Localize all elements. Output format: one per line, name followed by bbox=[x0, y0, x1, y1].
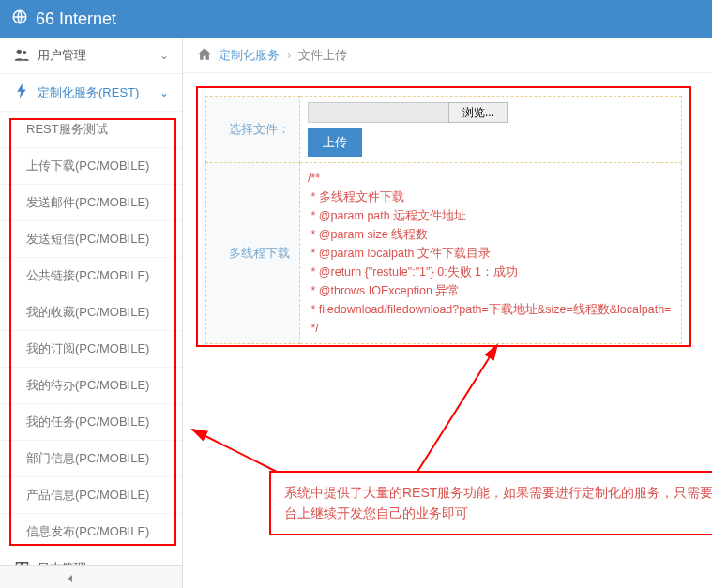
svg-line-3 bbox=[417, 345, 497, 472]
users-icon bbox=[13, 48, 30, 64]
breadcrumb-current: 文件上传 bbox=[298, 47, 347, 64]
collapse-left-icon: ⏴ bbox=[66, 572, 76, 583]
sidebar-item[interactable]: 公共链接(PC/MOBILE) bbox=[0, 257, 182, 294]
file-chooser[interactable]: 浏览... bbox=[308, 102, 674, 123]
sidebar-item[interactable]: 部门信息(PC/MOBILE) bbox=[0, 440, 182, 476]
nav-label: 用户管理 bbox=[38, 47, 159, 64]
home-icon[interactable] bbox=[198, 48, 211, 63]
sidebar-item[interactable]: 信息发布(PC/MOBILE) bbox=[0, 513, 182, 550]
nav-custom-services[interactable]: 定制化服务(REST) ⌄ bbox=[0, 74, 182, 111]
code-comment-block: /** * 多线程文件下载 * @param path 远程文件地址 * @pa… bbox=[308, 169, 674, 338]
chevron-right-icon: › bbox=[287, 48, 291, 62]
sidebar-item[interactable]: REST服务测试 bbox=[0, 111, 182, 147]
chevron-down-icon: ⌄ bbox=[159, 86, 169, 99]
top-bar: 66 Internet bbox=[0, 0, 712, 38]
sidebar-collapse-bar[interactable]: ⏴ bbox=[0, 565, 182, 588]
upload-form-table: 选择文件： 浏览... 上传 多线程下载 bbox=[205, 96, 682, 344]
file-path-field[interactable] bbox=[308, 102, 448, 123]
sidebar-item[interactable]: 我的待办(PC/MOBILE) bbox=[0, 367, 182, 403]
brand-title: 66 Internet bbox=[36, 9, 116, 29]
select-file-label: 选择文件： bbox=[206, 97, 300, 163]
nav-user-management[interactable]: 用户管理 ⌄ bbox=[0, 38, 182, 73]
multithread-label: 多线程下载 bbox=[206, 163, 300, 344]
annotation-highlight-panel: 选择文件： 浏览... 上传 多线程下载 bbox=[196, 86, 691, 347]
sidebar: 用户管理 ⌄ 定制化服务(REST) ⌄ REST服务测试 上传下载(PC/MO… bbox=[0, 38, 183, 588]
svg-point-1 bbox=[17, 49, 22, 53]
sidebar-item[interactable]: 产品信息(PC/MOBILE) bbox=[0, 476, 182, 513]
sidebar-item[interactable]: 发送短信(PC/MOBILE) bbox=[0, 220, 182, 257]
sidebar-item[interactable]: 上传下载(PC/MOBILE) bbox=[0, 147, 182, 184]
browse-button[interactable]: 浏览... bbox=[448, 102, 508, 123]
sidebar-item[interactable]: 我的订阅(PC/MOBILE) bbox=[0, 330, 182, 367]
breadcrumb-link[interactable]: 定制化服务 bbox=[219, 47, 280, 64]
svg-line-4 bbox=[192, 430, 277, 472]
sidebar-item[interactable]: 发送邮件(PC/MOBILE) bbox=[0, 184, 182, 220]
globe-icon bbox=[11, 8, 28, 30]
breadcrumb: 定制化服务 › 文件上传 bbox=[183, 38, 712, 73]
svg-point-2 bbox=[23, 51, 26, 54]
annotation-callout: 系统中提供了大量的REST服务功能，如果需要进行定制化的服务，只需要在此平台上继… bbox=[269, 471, 712, 535]
nav-custom-items: REST服务测试 上传下载(PC/MOBILE) 发送邮件(PC/MOBILE)… bbox=[0, 111, 182, 550]
chevron-down-icon: ⌄ bbox=[159, 49, 169, 62]
sidebar-item[interactable]: 我的收藏(PC/MOBILE) bbox=[0, 294, 182, 330]
upload-button[interactable]: 上传 bbox=[308, 128, 362, 157]
content-area: 定制化服务 › 文件上传 选择文件： 浏览... bbox=[183, 38, 712, 588]
bolt-icon bbox=[13, 83, 30, 101]
nav-label: 定制化服务(REST) bbox=[38, 84, 159, 101]
sidebar-item[interactable]: 我的任务(PC/MOBILE) bbox=[0, 403, 182, 440]
